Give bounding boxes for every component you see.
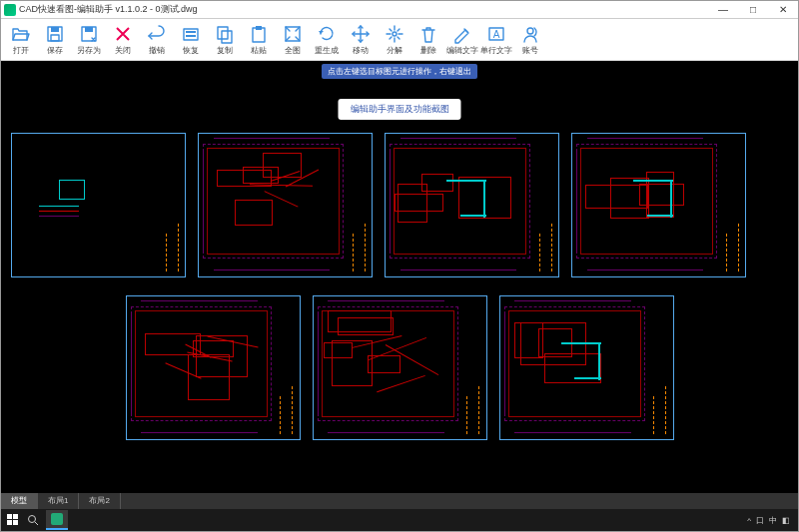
saveas-icon [79, 24, 99, 44]
svg-text:A: A [493, 29, 500, 40]
svg-rect-6 [186, 31, 196, 33]
title-strip [544, 134, 558, 276]
title-strip [731, 134, 745, 276]
extents-icon [283, 24, 303, 44]
tray-chevron-icon[interactable]: ^ [747, 516, 751, 525]
main-toolbar: 打开保存另存为关闭撤销恢复复制粘贴全图重生成移动分解删除编辑文字A单行文字账号 [1, 19, 798, 61]
toolbar-label: 保存 [47, 45, 63, 56]
app-icon [4, 4, 16, 16]
svg-rect-10 [253, 28, 265, 42]
drawing-sheet[interactable] [385, 133, 559, 277]
toolbar-undo-button[interactable]: 撤销 [140, 20, 174, 60]
copy-icon [215, 24, 235, 44]
rev-strip [721, 134, 731, 276]
open-icon [11, 24, 31, 44]
system-tray[interactable]: ^ 口 中 ◧ [747, 515, 794, 526]
rev-strip [161, 134, 171, 276]
toolbar-label: 复制 [217, 45, 233, 56]
toolbar-mtext-button[interactable]: 编辑文字 [445, 20, 479, 60]
windows-taskbar: ^ 口 中 ◧ [1, 509, 798, 531]
redo-icon [181, 24, 201, 44]
toolbar-delete-button[interactable]: 删除 [411, 20, 445, 60]
toolbar-close-button[interactable]: 关闭 [106, 20, 140, 60]
toolbar-label: 分解 [387, 45, 402, 56]
title-strip [171, 134, 185, 276]
rev-strip [462, 296, 472, 439]
svg-rect-5 [184, 29, 198, 40]
legend-block [39, 180, 99, 221]
drawing-sheet[interactable] [198, 133, 373, 277]
account-icon [520, 24, 540, 44]
layout-tab-0[interactable]: 模型 [1, 493, 38, 509]
toolbar-label: 移动 [353, 45, 369, 56]
drawing-sheet[interactable] [499, 295, 674, 440]
mtext-icon [452, 24, 472, 44]
close-button[interactable]: ✕ [768, 1, 798, 18]
command-hint: 点击左键选目标图元进行操作，右键退出 [322, 64, 477, 79]
delete-icon [418, 24, 438, 44]
svg-rect-8 [218, 27, 228, 39]
floor-plan [580, 148, 713, 255]
toolbar-label: 恢复 [183, 45, 199, 56]
tray-notify-icon[interactable]: ◧ [782, 516, 790, 525]
toolbar-label: 账号 [522, 45, 538, 56]
toolbar-extents-button[interactable]: 全图 [276, 20, 310, 60]
svg-rect-2 [51, 35, 59, 41]
svg-rect-20 [13, 520, 18, 525]
toolbar-label: 粘贴 [251, 45, 267, 56]
minimize-button[interactable]: — [708, 1, 738, 18]
title-strip [286, 296, 300, 439]
toolbar-paste-button[interactable]: 粘贴 [242, 20, 276, 60]
layout-tab-2[interactable]: 布局2 [79, 493, 120, 509]
rev-strip [276, 296, 286, 439]
maximize-button[interactable]: □ [738, 1, 768, 18]
window-titlebar: CAD快速看图-编辑助手 v1.1.0.2 - 0测试.dwg — □ ✕ [1, 1, 798, 19]
svg-rect-11 [256, 26, 262, 30]
toolbar-account-button[interactable]: 账号 [513, 20, 547, 60]
drawing-sheet[interactable] [11, 133, 186, 277]
toolbar-text-button[interactable]: A单行文字 [479, 20, 513, 60]
toolbar-save-button[interactable]: 保存 [38, 20, 72, 60]
regen-icon [317, 24, 337, 44]
taskbar-app-icon[interactable] [46, 510, 68, 530]
toolbar-open-button[interactable]: 打开 [4, 20, 38, 60]
toolbar-label: 打开 [13, 45, 29, 56]
svg-point-21 [29, 516, 36, 523]
drawing-sheet[interactable] [571, 133, 746, 277]
toolbar-regen-button[interactable]: 重生成 [310, 20, 344, 60]
toolbar-label: 单行文字 [480, 45, 512, 56]
drawing-sheet[interactable] [313, 295, 487, 440]
drawing-canvas[interactable]: 点击左键选目标图元进行操作，右键退出 编辑助手界面及功能截图 [1, 61, 798, 493]
svg-point-16 [527, 28, 533, 34]
taskbar-search-icon[interactable] [22, 510, 44, 530]
drawing-sheets [11, 133, 788, 483]
rev-strip [534, 134, 544, 276]
text-icon: A [486, 24, 506, 44]
toolbar-saveas-button[interactable]: 另存为 [72, 20, 106, 60]
toolbar-label: 撤销 [149, 45, 165, 56]
svg-rect-1 [51, 27, 59, 32]
drawing-caption: 编辑助手界面及功能截图 [339, 99, 461, 120]
svg-rect-19 [7, 520, 12, 525]
svg-rect-18 [13, 514, 18, 519]
start-button[interactable] [5, 512, 21, 528]
floor-plan [135, 310, 268, 417]
toolbar-explode-button[interactable]: 分解 [378, 20, 411, 60]
floor-plan [322, 310, 454, 417]
floor-plan [207, 148, 340, 255]
svg-rect-4 [85, 27, 93, 32]
toolbar-redo-button[interactable]: 恢复 [174, 20, 208, 60]
toolbar-move-button[interactable]: 移动 [344, 20, 378, 60]
paste-icon [249, 24, 269, 44]
tray-ime-icon[interactable]: 口 [756, 515, 764, 526]
toolbar-label: 重生成 [315, 45, 339, 56]
window-title: CAD快速看图-编辑助手 v1.1.0.2 - 0测试.dwg [19, 3, 708, 16]
svg-rect-17 [7, 514, 12, 519]
drawing-sheet[interactable] [126, 295, 301, 440]
rev-strip [348, 134, 358, 276]
toolbar-label: 删除 [420, 45, 436, 56]
layout-tab-1[interactable]: 布局1 [38, 493, 79, 509]
tray-lang-icon[interactable]: 中 [769, 515, 777, 526]
toolbar-copy-button[interactable]: 复制 [208, 20, 242, 60]
toolbar-label: 另存为 [77, 45, 101, 56]
